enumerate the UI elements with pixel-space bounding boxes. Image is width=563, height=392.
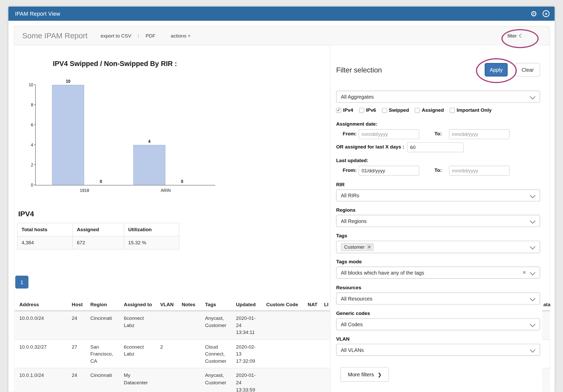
report-toolbar: Some IPAM Report export to CSV | PDF act… bbox=[14, 26, 550, 45]
aggregates-select[interactable]: All Aggregates bbox=[336, 91, 540, 103]
table-cell: 6connect Labz bbox=[121, 311, 157, 340]
checkbox-box[interactable] bbox=[382, 108, 387, 113]
rir-select-value: All RIRs bbox=[341, 192, 359, 198]
generic-codes-select[interactable]: All Codes bbox=[336, 318, 540, 330]
table-cell: 10.0.1.0/24 bbox=[15, 368, 69, 392]
table-cell: 6connect Labz bbox=[121, 340, 157, 368]
checkbox-assigned[interactable]: Assigned bbox=[415, 107, 444, 113]
assigned-last-days-input[interactable] bbox=[407, 142, 464, 152]
table-cell bbox=[179, 311, 202, 340]
table-cell bbox=[263, 368, 305, 392]
column-header: VLAN bbox=[157, 299, 179, 311]
column-header: Region bbox=[87, 299, 121, 311]
table-cell bbox=[179, 368, 202, 392]
table-cell: 2020-01-24 13:34:11 bbox=[233, 311, 263, 340]
checkbox-important-only[interactable]: Important Only bbox=[450, 107, 492, 113]
resources-select-value: All Resources bbox=[341, 296, 372, 302]
column-header: Updated bbox=[233, 299, 263, 311]
tag-chip-label: Customer bbox=[344, 244, 365, 250]
actions-menu[interactable]: actions + bbox=[171, 33, 191, 38]
filter-panel-toggle[interactable]: filter bbox=[508, 33, 523, 38]
chevron-down-icon bbox=[530, 94, 536, 99]
resources-select[interactable]: All Resources bbox=[336, 293, 540, 305]
table-cell: 10.0.0.0/24 bbox=[15, 311, 69, 340]
checkbox-label: IPv4 bbox=[343, 107, 353, 113]
utilization-value: 15.32 % bbox=[124, 236, 179, 249]
ipv4-section-heading: IPV4 bbox=[18, 210, 34, 218]
y-axis-tick-label: 10 bbox=[23, 83, 33, 87]
clear-selection-icon[interactable]: × bbox=[523, 269, 526, 275]
table-cell: 24 bbox=[69, 368, 87, 392]
y-axis-tick-mark bbox=[34, 105, 36, 105]
bar-value-label: 0 bbox=[166, 179, 198, 184]
checkbox-label: Assigned bbox=[422, 107, 444, 113]
table-cell: 2020-02-13 17:32:09 bbox=[233, 340, 263, 368]
column-header: Notes bbox=[179, 299, 202, 311]
table-cell: 24 bbox=[69, 311, 87, 340]
column-header: Assigned bbox=[73, 223, 124, 236]
assignment-to-input[interactable] bbox=[449, 129, 509, 139]
regions-select-value: All Regions bbox=[341, 218, 367, 224]
bar-value-label: 4 bbox=[133, 139, 165, 144]
column-header: NAT bbox=[305, 299, 321, 311]
tags-select[interactable]: Customer × bbox=[336, 241, 540, 253]
assignment-date-label: Assignment date: bbox=[336, 121, 378, 127]
assignment-from-input[interactable] bbox=[359, 129, 419, 139]
settings-gear-icon[interactable]: ⚙ bbox=[530, 10, 537, 17]
chevron-down-icon bbox=[530, 193, 536, 198]
table-cell: 27 bbox=[69, 340, 87, 368]
aggregates-select-value: All Aggregates bbox=[341, 94, 374, 100]
vlan-select[interactable]: All VLANs bbox=[336, 344, 540, 356]
chevron-right-icon: ❯ bbox=[378, 372, 381, 377]
checkbox-box[interactable] bbox=[450, 108, 455, 113]
updated-to-input[interactable] bbox=[449, 166, 509, 175]
checkbox-box[interactable] bbox=[336, 108, 341, 113]
x-axis-category-label: 1918 bbox=[52, 188, 117, 193]
checkbox-label: Swipped bbox=[389, 107, 409, 113]
checkbox-ipv4[interactable]: IPv4 bbox=[336, 107, 353, 113]
generic-codes-select-value: All Codes bbox=[341, 321, 363, 327]
regions-select[interactable]: All Regions bbox=[336, 215, 540, 227]
checkbox-box[interactable] bbox=[359, 108, 364, 113]
summary-header-row: Total hosts Assigned Utilization bbox=[17, 223, 179, 236]
checkbox-swipped[interactable]: Swipped bbox=[382, 107, 409, 113]
checkbox-ipv6[interactable]: IPv6 bbox=[359, 107, 376, 113]
checkbox-label: Important Only bbox=[457, 107, 492, 113]
table-cell bbox=[305, 311, 321, 340]
close-icon[interactable]: × bbox=[543, 10, 550, 17]
y-axis-tick-mark bbox=[34, 85, 36, 85]
window-title: IPAM Report View bbox=[15, 11, 60, 17]
checkbox-box[interactable] bbox=[415, 108, 420, 113]
assigned-value: 672 bbox=[73, 236, 124, 249]
y-axis-tick-label: 2 bbox=[23, 163, 33, 167]
table-cell: Cloud Connect, Customer bbox=[202, 340, 233, 368]
summary-data-row: 4,384 672 15.32 % bbox=[17, 236, 179, 249]
ipv4-summary-table: Total hosts Assigned Utilization 4,384 6… bbox=[17, 223, 179, 250]
filter-panel: Filter selection Apply Clear All Aggrega… bbox=[330, 45, 542, 392]
tags-mode-select[interactable]: All blocks which have any of the tags × bbox=[336, 267, 540, 279]
chevron-down-icon bbox=[530, 322, 536, 327]
export-csv-link[interactable]: export to CSV bbox=[101, 33, 131, 38]
rir-select[interactable]: All RIRs bbox=[336, 189, 540, 201]
more-filters-button[interactable]: More filters ❯ bbox=[341, 367, 389, 382]
tags-label: Tags bbox=[336, 233, 347, 238]
vlan-select-value: All VLANs bbox=[341, 347, 364, 353]
updated-from-input[interactable] bbox=[359, 166, 419, 175]
apply-button[interactable]: Apply bbox=[485, 63, 508, 76]
chart-plot: 0246810100191840ARIN bbox=[35, 85, 215, 185]
column-header: Tags bbox=[202, 299, 233, 311]
toolbar-separator: | bbox=[138, 33, 139, 38]
table-cell: My Datacenter bbox=[121, 368, 157, 392]
export-pdf-link[interactable]: PDF bbox=[146, 33, 155, 38]
pagination-page-1[interactable]: 1 bbox=[15, 276, 29, 288]
filter-toggle-label: filter bbox=[508, 33, 517, 38]
clear-button[interactable]: Clear bbox=[515, 63, 540, 76]
chevron-down-icon bbox=[530, 296, 536, 301]
column-header: Custom Code bbox=[263, 299, 305, 311]
tag-remove-icon[interactable]: × bbox=[367, 244, 371, 249]
y-axis-tick-label: 6 bbox=[23, 123, 33, 127]
y-axis-tick-label: 4 bbox=[23, 143, 33, 147]
updated-to-label: To: bbox=[434, 167, 442, 173]
filter-panel-heading: Filter selection bbox=[336, 66, 382, 74]
assignment-from-label: From: bbox=[343, 131, 356, 136]
